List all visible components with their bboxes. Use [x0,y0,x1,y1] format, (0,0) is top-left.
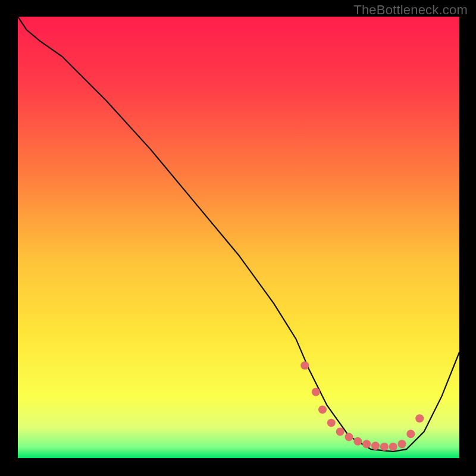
optimal-range-dot [353,437,362,446]
optimal-range-dot [312,388,320,396]
chart-svg-layer [18,17,459,458]
optimal-range-dot [398,440,406,448]
watermark-text: TheBottleneck.com [353,2,468,18]
optimal-range-dot [345,433,353,441]
optimal-range-dot [371,441,380,450]
bottleneck-curve [18,17,459,452]
optimal-range-dot [362,440,371,448]
plot-area [18,17,459,458]
chart-frame: TheBottleneck.com [0,0,476,476]
optimal-range-dot [300,361,309,369]
optimal-range-dot [380,443,389,451]
optimal-range-dot [318,405,327,414]
optimal-range-dot [406,430,415,438]
optimal-range-dot [415,414,424,422]
optimal-range-dot [327,419,336,427]
optimal-range-dot [389,443,397,451]
optimal-range-dot [336,427,345,436]
